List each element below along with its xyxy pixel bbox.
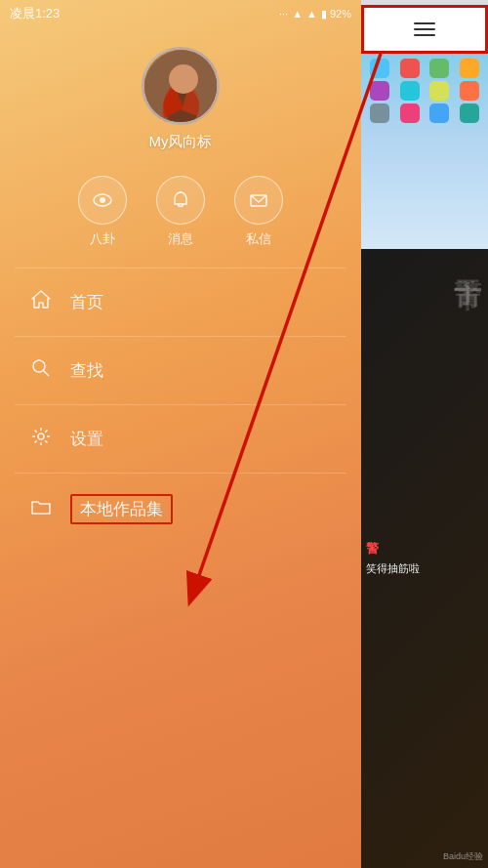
search-icon	[29, 357, 53, 384]
bottom-image-subcaption: 笑得抽筋啦	[366, 561, 483, 576]
local-works-label: 本地作品集	[70, 494, 173, 524]
menu-item-settings[interactable]: 设置	[0, 410, 361, 468]
divider-4	[15, 473, 346, 474]
app-icon	[400, 103, 420, 123]
menu-item-search[interactable]: 查找	[0, 342, 361, 399]
quick-actions-bar: 八卦 消息 私信	[0, 176, 361, 248]
mail-icon-circle	[234, 176, 283, 225]
svg-point-4	[100, 197, 105, 203]
battery-icon: ▮ 92%	[321, 8, 351, 21]
home-label: 首页	[70, 291, 103, 313]
watermark: Baidu经验	[443, 850, 483, 863]
hamburger-line-1	[414, 22, 435, 24]
folder-icon	[29, 496, 53, 522]
gossip-label: 八卦	[90, 230, 115, 248]
app-icon	[370, 103, 389, 123]
signal-icon: ▲	[292, 8, 303, 20]
dm-label: 私信	[246, 230, 271, 248]
app-icon	[460, 81, 479, 101]
bell-icon-circle	[156, 176, 205, 225]
app-icon	[370, 81, 389, 101]
right-bottom-image: 警 笑得抽筋啦 于警市 Baidu经验	[361, 249, 488, 868]
menu-button-container[interactable]	[361, 5, 488, 54]
app-icon	[429, 103, 449, 123]
status-icons: ··· ▲ ▲ ▮ 92%	[279, 8, 351, 21]
action-gossip[interactable]: 八卦	[78, 176, 127, 248]
status-time: 凌晨1:23	[10, 5, 60, 22]
app-icon	[429, 81, 449, 101]
hamburger-line-2	[414, 28, 435, 30]
menu-list: 首页 查找 设置	[0, 273, 361, 540]
action-dm[interactable]: 私信	[234, 176, 283, 248]
svg-point-1	[170, 66, 193, 92]
search-label: 查找	[70, 359, 103, 382]
avatar[interactable]	[142, 47, 220, 125]
action-messages[interactable]: 消息	[156, 176, 205, 248]
right-panel: 警 笑得抽筋啦 于警市 Baidu经验	[361, 0, 488, 868]
messages-label: 消息	[168, 230, 193, 248]
username: My风向标	[149, 133, 213, 151]
svg-point-10	[38, 434, 44, 439]
right-top-image	[361, 54, 488, 249]
divider-2	[15, 336, 346, 337]
status-bar: 凌晨1:23 ··· ▲ ▲ ▮ 92%	[0, 0, 361, 27]
avatar-section: My风向标	[142, 47, 220, 151]
mail-icon	[248, 189, 269, 211]
menu-item-home[interactable]: 首页	[0, 273, 361, 331]
svg-marker-7	[32, 291, 50, 308]
hamburger-icon[interactable]	[414, 22, 435, 36]
signal-icon-2: ▲	[306, 8, 317, 20]
bell-icon	[170, 189, 191, 211]
avatar-image	[144, 50, 217, 122]
gossip-icon-circle	[78, 176, 127, 225]
app-icon	[400, 59, 420, 78]
app-icon	[370, 59, 389, 78]
menu-item-local-works[interactable]: 本地作品集	[0, 478, 361, 540]
svg-line-9	[44, 371, 50, 377]
settings-label: 设置	[70, 428, 103, 450]
app-icon	[460, 59, 479, 78]
avatar-svg	[144, 50, 220, 125]
divider-3	[15, 404, 346, 405]
app-icon	[460, 103, 479, 123]
settings-icon	[29, 426, 53, 452]
home-icon	[29, 289, 53, 315]
eye-icon	[92, 189, 113, 211]
sidebar: My风向标 八卦 消息	[0, 27, 361, 540]
hamburger-line-3	[414, 34, 435, 36]
app-icon	[429, 59, 449, 78]
bottom-image-caption: 警	[366, 540, 483, 558]
svg-point-8	[33, 360, 45, 372]
app-icon	[400, 81, 420, 101]
divider-1	[15, 268, 346, 269]
wifi-icon: ···	[279, 8, 288, 20]
